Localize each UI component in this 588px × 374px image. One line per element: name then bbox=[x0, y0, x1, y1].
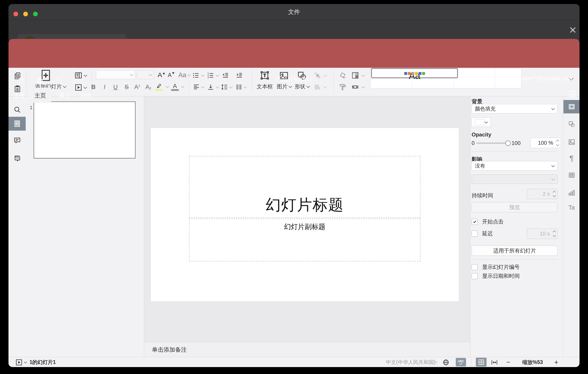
start-on-click-checkbox[interactable] bbox=[472, 219, 478, 225]
menu-icon[interactable] bbox=[569, 91, 576, 96]
background-fill-select[interactable]: 颜色填充 bbox=[472, 104, 558, 113]
horizontal-align-icon[interactable] bbox=[192, 82, 201, 92]
shape-button[interactable]: 形状 bbox=[293, 82, 311, 91]
slide-thumbnails-panel: 1 bbox=[26, 96, 144, 357]
notes-area[interactable]: 单击添加备注 bbox=[144, 342, 470, 357]
font-color-swatch bbox=[171, 89, 179, 91]
title-placeholder[interactable]: 幻灯片标题 bbox=[189, 156, 420, 218]
slide-size-icon[interactable] bbox=[350, 82, 361, 92]
style-roller-icon[interactable] bbox=[337, 82, 348, 92]
slide-subtitle-text: 幻灯片副标题 bbox=[284, 219, 326, 231]
align-objects-icon[interactable] bbox=[312, 82, 323, 92]
align-objects-chevron[interactable] bbox=[323, 82, 327, 92]
spinner-arrows[interactable] bbox=[553, 191, 555, 197]
superscript-button[interactable]: A2 bbox=[132, 82, 142, 92]
show-date-time-checkbox[interactable] bbox=[472, 273, 478, 279]
comments-icon[interactable] bbox=[9, 133, 26, 147]
spellcheck-icon[interactable]: ABC bbox=[456, 358, 466, 366]
user-email: adm***@dootask.com bbox=[522, 76, 572, 82]
show-date-time-row[interactable]: 显示日期和时间 bbox=[472, 273, 520, 280]
chart-settings-icon[interactable] bbox=[563, 186, 579, 199]
columns-icon[interactable] bbox=[234, 82, 243, 92]
globe-icon[interactable] bbox=[442, 357, 450, 367]
italic-button[interactable]: I bbox=[100, 82, 109, 92]
opacity-slider-thumb[interactable] bbox=[505, 141, 511, 146]
text-box-button[interactable]: 文本框 bbox=[255, 82, 275, 91]
subtitle-placeholder[interactable]: 幻灯片副标题 bbox=[189, 219, 420, 262]
color-swatch bbox=[475, 119, 485, 125]
text-art-settings-icon[interactable]: Ta bbox=[563, 201, 579, 214]
editing-canvas: 幻灯片标题 幻灯片副标题 bbox=[144, 96, 470, 342]
start-on-click-row[interactable]: 开始点击 bbox=[472, 218, 504, 225]
zoom-out-button[interactable]: − bbox=[506, 357, 511, 367]
window-titlebar: 文件 bbox=[9, 4, 579, 20]
slide-thumbnail-number: 1 bbox=[30, 105, 32, 110]
language-label[interactable]: 中文(中华人民共和国) bbox=[386, 357, 435, 367]
delay-row[interactable]: 延迟 bbox=[472, 230, 493, 237]
close-icon[interactable] bbox=[568, 25, 577, 34]
underline-button[interactable]: U bbox=[111, 82, 120, 92]
spinner-arrows[interactable] bbox=[556, 140, 559, 146]
opacity-slider-track[interactable] bbox=[476, 143, 508, 144]
preview-button[interactable]: 预览 bbox=[472, 202, 558, 212]
zoom-level-label: 缩放%53 bbox=[522, 357, 543, 367]
horizontal-align-chevron[interactable] bbox=[200, 82, 205, 92]
slide-thumbnail[interactable] bbox=[33, 101, 136, 159]
line-spacing-icon[interactable] bbox=[220, 82, 229, 92]
search-icon[interactable] bbox=[9, 103, 26, 117]
slides-panel-icon[interactable] bbox=[9, 117, 26, 131]
notes-placeholder: 单击添加备注 bbox=[152, 346, 187, 354]
slide-indicator: 1的幻灯片1 bbox=[30, 357, 56, 367]
background-color-picker[interactable] bbox=[472, 117, 491, 127]
desktop-background: 文件 产品介绍.pptx adm***@dootask.com 文件 主页 插入… bbox=[0, 0, 588, 374]
fit-slide-icon[interactable] bbox=[476, 358, 487, 367]
tab-file[interactable]: 文件 bbox=[10, 88, 28, 103]
tab-collaboration[interactable]: 协作 bbox=[76, 88, 96, 103]
opacity-min-label: 0 bbox=[472, 140, 474, 146]
effect-variant-select[interactable] bbox=[472, 175, 558, 184]
duration-label: 持续时间 bbox=[472, 192, 493, 199]
zoom-in-button[interactable]: + bbox=[554, 357, 558, 367]
image-button[interactable]: 图片 bbox=[275, 82, 294, 91]
language-caret-icon[interactable] bbox=[435, 357, 437, 367]
delay-spinner[interactable]: 10 s bbox=[527, 229, 558, 239]
tab-home[interactable]: 主页 bbox=[29, 88, 51, 103]
left-sidebar bbox=[9, 96, 26, 357]
subscript-button[interactable]: A2 bbox=[143, 82, 154, 92]
line-spacing-chevron[interactable] bbox=[228, 82, 233, 92]
document-title: 产品介绍.pptx bbox=[9, 75, 579, 83]
app-header: 产品介绍.pptx adm***@dootask.com 文件 主页 插入 协作 bbox=[9, 39, 579, 68]
vertical-align-chevron[interactable] bbox=[215, 82, 220, 92]
vertical-align-icon[interactable] bbox=[206, 82, 215, 92]
start-slideshow-statusbar-button[interactable] bbox=[15, 357, 27, 367]
theme-color-swatches bbox=[404, 72, 425, 75]
window-title: 文件 bbox=[9, 4, 579, 20]
slide[interactable]: 幻灯片标题 幻灯片副标题 bbox=[151, 128, 459, 301]
show-slide-number-row[interactable]: 显示幻灯片编号 bbox=[472, 264, 520, 271]
highlight-color-chevron[interactable] bbox=[165, 82, 170, 91]
columns-chevron[interactable] bbox=[243, 82, 248, 92]
slide-settings-panel: 背景 颜色填充 Opacity 0 100 100 % 影响 没有 持续时间 2… bbox=[470, 96, 563, 357]
table-settings-icon[interactable] bbox=[563, 168, 579, 182]
status-bar: 1的幻灯片1 中文(中华人民共和国) ABC − 缩放%53 + bbox=[9, 357, 579, 367]
paragraph-settings-icon[interactable]: ¶ bbox=[563, 152, 579, 165]
fit-width-icon[interactable] bbox=[491, 357, 498, 367]
shape-settings-icon[interactable] bbox=[563, 117, 579, 131]
strikethrough-button[interactable]: S bbox=[122, 82, 132, 92]
spinner-arrows[interactable] bbox=[553, 231, 555, 237]
tab-insert[interactable]: 插入 bbox=[54, 88, 75, 103]
chat-icon[interactable] bbox=[9, 151, 26, 165]
delay-checkbox[interactable] bbox=[472, 231, 478, 237]
apply-to-all-button[interactable]: 适用于所有幻灯片 bbox=[472, 246, 558, 256]
opacity-label: Opacity bbox=[472, 132, 491, 138]
right-icon-rail: ¶ Ta bbox=[563, 96, 579, 357]
slide-size-chevron[interactable] bbox=[361, 82, 366, 92]
opacity-spinner[interactable]: 100 % bbox=[530, 138, 561, 148]
image-settings-icon[interactable] bbox=[563, 135, 579, 149]
slide-settings-icon[interactable] bbox=[563, 100, 579, 113]
font-color-chevron[interactable] bbox=[180, 82, 185, 91]
effect-select[interactable]: 没有 bbox=[472, 161, 558, 170]
slide-title-text: 幻灯片标题 bbox=[266, 195, 344, 217]
duration-spinner[interactable]: 2 s bbox=[527, 189, 558, 199]
show-slide-number-checkbox[interactable] bbox=[472, 264, 478, 270]
